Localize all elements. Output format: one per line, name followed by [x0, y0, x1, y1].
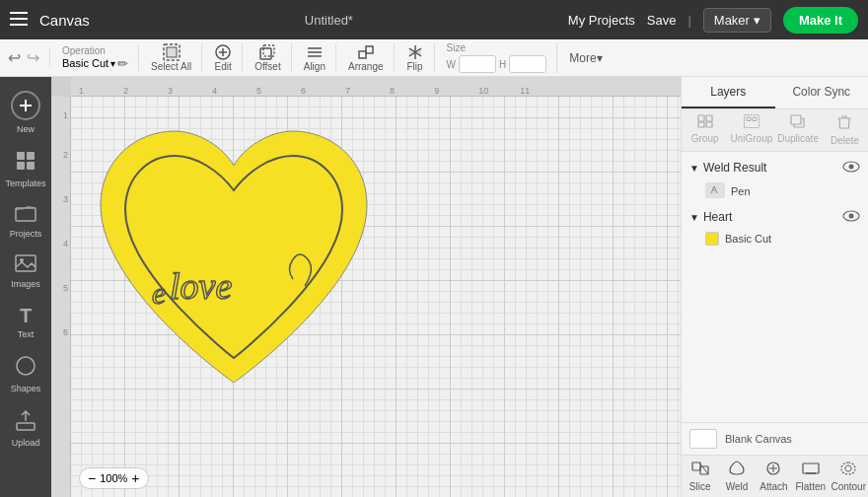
offset-button[interactable]: Offset	[254, 43, 281, 72]
shapes-icon	[15, 355, 36, 382]
weld-button[interactable]: Weld	[718, 456, 755, 497]
sidebar-item-new[interactable]: New	[4, 85, 47, 140]
edit-button[interactable]: Edit	[214, 43, 232, 72]
sidebar-left: New Templates Projects Images T Text	[0, 77, 51, 497]
layer-group-header-heart[interactable]: ▼ Heart	[682, 205, 868, 229]
undo-button[interactable]: ↩	[8, 48, 21, 67]
maker-dropdown[interactable]: Maker ▾	[703, 8, 771, 33]
weld-result-label: Weld Result	[703, 161, 766, 175]
layer-group-header-weld[interactable]: ▼ Weld Result	[682, 156, 868, 179]
templates-icon	[15, 150, 36, 177]
align-button[interactable]: Align	[304, 43, 326, 72]
redo-button[interactable]: ↪	[27, 48, 39, 67]
navbar: Canvas Untitled* My Projects Save | Make…	[0, 0, 868, 39]
svg-rect-33	[747, 117, 751, 121]
more-section: More▾	[569, 51, 612, 65]
upload-label: Upload	[12, 438, 40, 448]
attach-button[interactable]: Attach	[756, 456, 792, 497]
tab-layers[interactable]: Layers	[682, 77, 775, 108]
contour-button[interactable]: Contour	[829, 456, 868, 497]
page-title: Untitled*	[102, 13, 556, 28]
ruler-corner	[51, 77, 71, 97]
heart-svg[interactable]: love e	[81, 106, 387, 412]
duplicate-button[interactable]: Duplicate	[775, 109, 822, 151]
images-label: Images	[11, 279, 40, 289]
svg-rect-8	[260, 48, 271, 59]
heart-visibility-icon[interactable]	[842, 209, 860, 225]
height-input[interactable]	[509, 55, 546, 73]
tab-color-sync[interactable]: Color Sync	[775, 77, 869, 108]
svg-rect-29	[706, 115, 712, 121]
blank-canvas-label: Blank Canvas	[725, 433, 792, 445]
delete-icon	[837, 114, 851, 133]
arrange-section: Arrange	[348, 43, 395, 72]
svg-rect-0	[10, 12, 28, 14]
svg-rect-34	[753, 117, 757, 121]
svg-text:love: love	[170, 265, 232, 307]
my-projects-link[interactable]: My Projects	[568, 13, 635, 28]
main-content: New Templates Projects Images T Text	[0, 77, 868, 497]
slice-button[interactable]: Slice	[682, 456, 718, 497]
more-button[interactable]: More▾	[569, 51, 602, 65]
menu-icon[interactable]	[10, 10, 28, 31]
nav-divider: |	[687, 13, 690, 28]
svg-rect-43	[692, 462, 700, 470]
projects-label: Projects	[10, 229, 42, 239]
layer-group-weld-result: ▼ Weld Result Pen	[682, 156, 868, 203]
panel-tabs: Layers Color Sync	[682, 77, 868, 109]
svg-rect-9	[263, 45, 274, 56]
operation-section: Operation Basic Cut ▾ ✏	[62, 45, 139, 71]
text-label: Text	[18, 329, 35, 339]
svg-rect-25	[17, 423, 35, 430]
select-all-button[interactable]: Select All	[151, 43, 191, 72]
flatten-button[interactable]: Flatten	[792, 456, 829, 497]
pen-layer-item[interactable]: Pen	[682, 179, 868, 203]
svg-rect-14	[366, 46, 373, 53]
svg-rect-36	[791, 115, 801, 124]
heart-chevron-icon: ▼	[689, 212, 699, 223]
align-section: Align	[304, 43, 336, 72]
flip-section: Flip	[406, 43, 435, 72]
canvas-content[interactable]: love e	[71, 97, 681, 497]
svg-rect-4	[167, 47, 177, 57]
weld-visibility-icon[interactable]	[842, 160, 860, 176]
svg-point-24	[17, 357, 35, 375]
flip-button[interactable]: Flip	[406, 43, 424, 72]
contour-icon	[839, 461, 857, 479]
sidebar-item-projects[interactable]: Projects	[4, 198, 47, 245]
basic-cut-layer-item[interactable]: Basic Cut	[682, 229, 868, 248]
width-input[interactable]	[459, 55, 496, 73]
navbar-right: My Projects Save | Maker ▾ Make It	[568, 7, 858, 34]
operation-select[interactable]: Operation Basic Cut ▾ ✏	[62, 45, 128, 71]
sidebar-item-shapes[interactable]: Shapes	[4, 349, 47, 399]
shapes-label: Shapes	[11, 384, 41, 393]
save-button[interactable]: Save	[647, 13, 677, 28]
svg-rect-31	[706, 122, 712, 127]
svg-point-38	[849, 165, 854, 170]
blank-canvas-section: Blank Canvas	[682, 422, 868, 455]
ruler-left: 1 2 3 4 5 6	[51, 97, 71, 497]
zoom-plus-button[interactable]: +	[131, 470, 139, 486]
new-button[interactable]	[11, 91, 40, 120]
group-button[interactable]: Group	[682, 109, 728, 151]
zoom-minus-button[interactable]: −	[88, 470, 96, 486]
weld-chevron-icon: ▼	[689, 163, 699, 174]
sidebar-item-templates[interactable]: Templates	[4, 144, 47, 194]
sidebar-item-text[interactable]: T Text	[4, 299, 47, 345]
select-all-section: Select All	[151, 43, 202, 72]
canvas-area[interactable]: 1 2 3 4 5 6 7 8 9 10 11 1 2 3 4 5 6	[51, 77, 681, 497]
arrange-button[interactable]: Arrange	[348, 43, 384, 72]
duplicate-icon	[790, 114, 806, 131]
svg-rect-2	[10, 24, 28, 26]
edit-pen-icon[interactable]: ✏	[117, 56, 128, 71]
svg-rect-30	[698, 122, 704, 127]
projects-icon	[15, 204, 36, 227]
sidebar-item-upload[interactable]: Upload	[4, 403, 47, 454]
flatten-icon	[802, 461, 820, 479]
ungroup-button[interactable]: UniGroup	[728, 109, 774, 151]
blank-canvas-thumbnail	[689, 429, 717, 449]
make-it-button[interactable]: Make It	[783, 7, 858, 34]
delete-button[interactable]: Delete	[822, 109, 868, 151]
sidebar-item-images[interactable]: Images	[4, 248, 47, 295]
panel-actions: Group UniGroup Duplicate Delete	[682, 109, 868, 152]
